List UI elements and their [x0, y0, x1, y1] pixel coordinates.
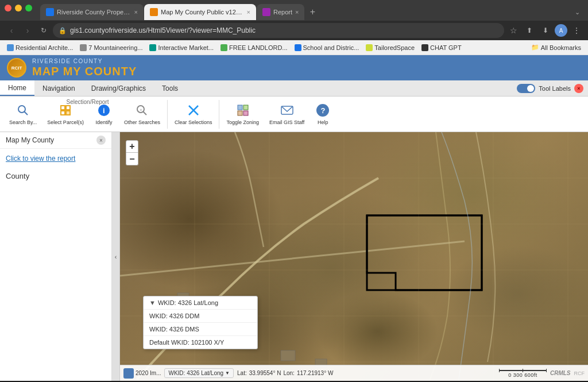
svg-rect-2	[61, 106, 65, 110]
email-gis-button[interactable]: Email GIS Staff	[265, 100, 309, 128]
header-title: MAP MY COUNTY	[32, 65, 137, 78]
help-icon: ?	[315, 102, 331, 118]
identify-label: Identify	[95, 119, 112, 126]
toggle-zoning-label: Toggle Zoning	[226, 119, 259, 126]
back-button[interactable]: ‹	[5, 24, 18, 37]
svg-rect-13	[238, 111, 242, 115]
reload-button[interactable]: ↻	[37, 24, 51, 37]
address-bar[interactable]: 🔒 gis1.countyofriverside.us/Html5Viewer/…	[53, 23, 504, 38]
zoom-controls: + −	[126, 140, 138, 165]
svg-text:+: +	[140, 107, 142, 113]
bookmark-2[interactable]: 7 Mountaineering...	[78, 43, 145, 52]
search-by-label: Search By...	[9, 119, 37, 126]
coord-option-2[interactable]: WKID: 4326 DDM	[144, 310, 257, 323]
new-tab-button[interactable]: +	[305, 5, 320, 20]
tab-list-button[interactable]: ⌄	[571, 6, 583, 18]
close-toolbar-btn[interactable]: ×	[574, 84, 583, 93]
lat-value: 33.99554° N	[249, 370, 281, 376]
profile-button[interactable]: A	[555, 24, 567, 37]
svg-rect-11	[238, 105, 242, 110]
coord-option-1[interactable]: ▼ WKID: 4326 Lat/Long	[144, 296, 257, 310]
tab-1-close[interactable]: ×	[134, 9, 138, 16]
close-window-btn[interactable]	[5, 5, 11, 11]
wkid-selector[interactable]: WKID: 4326 Lat/Long ▼	[164, 368, 234, 378]
tab-3-close[interactable]: ×	[295, 9, 299, 16]
header-title-block: RIVERSIDE COUNTY MAP MY COUNTY	[32, 58, 137, 78]
bookmark-star[interactable]: ☆	[506, 24, 520, 37]
bookmark-1[interactable]: Residential Archite...	[5, 43, 75, 52]
help-button[interactable]: ? Help	[310, 100, 335, 128]
tab-3[interactable]: Report ×	[257, 4, 304, 20]
map-bottom-bar: 2020 Im... WKID: 4326 Lat/Long ▼ Lat: 33…	[120, 365, 588, 381]
zoom-out-button[interactable]: −	[126, 153, 138, 165]
minimize-window-btn[interactable]	[15, 5, 22, 11]
svg-rect-4	[61, 111, 65, 115]
url-text: gis1.countyofriverside.us/Html5Viewer/?v…	[70, 26, 256, 34]
maximize-window-btn[interactable]	[25, 5, 32, 11]
email-gis-icon	[279, 102, 295, 118]
download-button[interactable]: ⬇	[539, 24, 552, 37]
sidebar: Map My County × Click to view the report…	[0, 132, 112, 381]
tool-labels-toggle-area: Tool Labels ×	[517, 84, 588, 93]
view-report-link[interactable]: Click to view the report	[6, 155, 106, 163]
traffic-lights	[5, 5, 32, 11]
tab-3-favicon	[262, 8, 270, 16]
select-parcel-label: Select Parcel(s)	[47, 119, 84, 126]
tab-bar: Riverside County Property D... × Map My …	[0, 0, 588, 21]
svg-rect-5	[66, 111, 70, 115]
lock-icon: 🔒	[59, 27, 67, 34]
header-subtitle: RIVERSIDE COUNTY	[32, 58, 137, 65]
menu-tools[interactable]: Tools	[154, 80, 186, 96]
all-bookmarks-folder[interactable]: 📁 All Bookmarks	[529, 43, 583, 52]
address-bar-row: ‹ › ↻ 🔒 gis1.countyofriverside.us/Html5V…	[0, 21, 588, 40]
bookmark-4[interactable]: FREE LANDLORD...	[218, 43, 289, 52]
zoom-in-button[interactable]: +	[126, 140, 138, 153]
imagery-logo: 2020 Im...	[123, 368, 161, 379]
sidebar-title: Map My County	[6, 136, 93, 144]
toolbar: Search By... Select Parcel(s) i Identify…	[0, 97, 588, 132]
sidebar-close-button[interactable]: ×	[96, 136, 106, 145]
tab-1-favicon	[46, 8, 54, 16]
selection-report-area: Selection/Report	[0, 99, 175, 105]
map-area[interactable]: + − ▼ WKID: 4326 Lat/Long WKID: 4326 DDM…	[120, 132, 588, 381]
bookmark-3[interactable]: Interactive Market...	[147, 43, 216, 52]
tab-2-close[interactable]: ×	[247, 9, 250, 16]
lat-label: Lat:	[237, 370, 247, 376]
toolbar-separator-2	[219, 100, 219, 129]
toggle-zoning-button[interactable]: Toggle Zoning	[222, 100, 264, 128]
bookmark-5[interactable]: School and Distric...	[292, 43, 362, 52]
sidebar-header: Map My County ×	[0, 132, 111, 149]
tab-2[interactable]: Map My County Public v12.0... ×	[144, 4, 256, 20]
other-searches-label: Other Searches	[124, 119, 160, 126]
clear-selections-label: Clear Selections	[175, 119, 212, 126]
bookmark-6[interactable]: TailoredSpace	[363, 43, 417, 52]
coordinate-popup: ▼ WKID: 4326 Lat/Long WKID: 4326 DDM WKI…	[143, 296, 258, 349]
coord-option-3[interactable]: WKID: 4326 DMS	[144, 323, 257, 336]
rcit-logo: RCIT	[7, 58, 26, 78]
tab-1-title: Riverside County Property D...	[57, 9, 131, 16]
tab-2-title: Map My County Public v12.0...	[161, 9, 244, 16]
clear-selections-button[interactable]: Clear Selections	[170, 100, 217, 128]
browser-frame: Riverside County Property D... × Map My …	[0, 0, 588, 55]
wkid-dropdown-arrow: ▼	[225, 371, 230, 376]
main-content: Map My County × Click to view the report…	[0, 132, 588, 381]
sidebar-collapse-arrow[interactable]: ‹	[112, 132, 120, 381]
bookmark-7[interactable]: CHAT GPT	[419, 43, 464, 52]
rcft-badge: RCF	[574, 371, 585, 376]
tool-labels-text: Tool Labels	[539, 85, 571, 92]
email-gis-label: Email GIS Staff	[269, 119, 304, 126]
coord-option-4[interactable]: Default WKID: 102100 X/Y	[144, 336, 257, 349]
app-header: RCIT RIVERSIDE COUNTY MAP MY COUNTY	[0, 55, 588, 80]
tab-1[interactable]: Riverside County Property D... ×	[40, 4, 144, 20]
tool-labels-toggle[interactable]	[517, 84, 535, 93]
share-button[interactable]: ⬆	[523, 24, 536, 37]
bookmarks-bar: Residential Archite... 7 Mountaineering.…	[0, 40, 588, 55]
menu-navigation[interactable]: Navigation	[34, 80, 83, 96]
county-label: County	[0, 168, 111, 184]
forward-button[interactable]: ›	[21, 24, 34, 37]
browser-menu-button[interactable]: ⋮	[570, 24, 583, 37]
crmls-badge: CRMLS	[550, 370, 571, 376]
clear-selections-icon	[185, 102, 202, 118]
menu-drawing[interactable]: Drawing/Graphics	[83, 80, 154, 96]
menu-home[interactable]: Home	[0, 80, 34, 96]
